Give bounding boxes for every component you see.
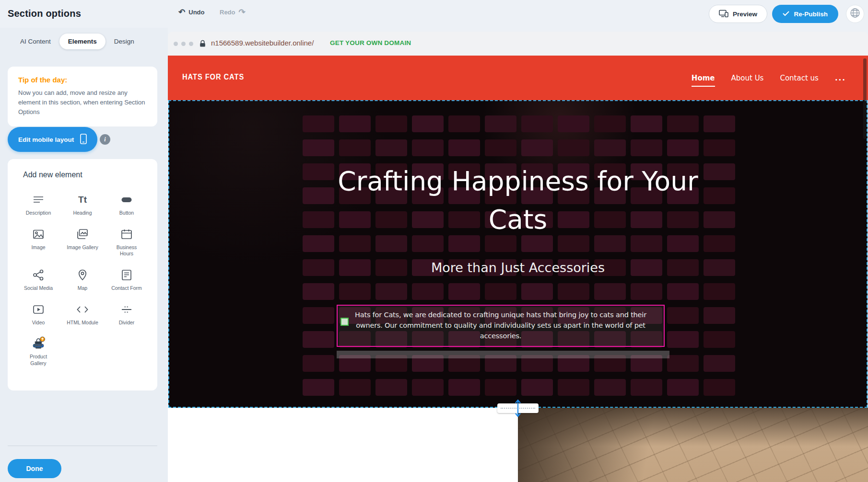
devices-icon bbox=[719, 10, 728, 19]
check-icon bbox=[783, 11, 789, 18]
hero-tile bbox=[485, 139, 516, 156]
hero-tile bbox=[667, 379, 699, 396]
element-social-media[interactable]: Social Media bbox=[16, 265, 60, 292]
hero-tile bbox=[631, 115, 662, 132]
hero-tile bbox=[631, 139, 662, 156]
hero-tile bbox=[704, 307, 735, 324]
sidebar-divider bbox=[8, 446, 157, 446]
phone-icon bbox=[80, 134, 87, 146]
hero-tile bbox=[303, 139, 334, 156]
hero-tile bbox=[339, 379, 371, 396]
hero-subheading[interactable]: More than Just Accessories bbox=[169, 260, 867, 275]
element-drag-handle[interactable] bbox=[340, 318, 349, 326]
window-dots bbox=[174, 42, 193, 46]
hero-tile bbox=[558, 283, 589, 300]
tab-ai-content[interactable]: AI Content bbox=[12, 34, 59, 49]
hero-tile bbox=[704, 331, 735, 348]
sidebar: AI Content Elements Design Tip of the da… bbox=[0, 28, 168, 482]
info-icon[interactable]: i bbox=[100, 134, 110, 145]
sidebar-tabs: AI Content Elements Design bbox=[12, 34, 143, 49]
hero-tile bbox=[303, 331, 334, 348]
element-divider[interactable]: Divider bbox=[105, 299, 149, 326]
get-domain-link[interactable]: GET YOUR OWN DOMAIN bbox=[330, 39, 411, 46]
preview-scrollbar-thumb[interactable] bbox=[863, 58, 867, 139]
nav-contact-us[interactable]: Contact us bbox=[780, 74, 818, 82]
element-description[interactable]: Description bbox=[16, 190, 60, 217]
hero-heading[interactable]: Crafting Happiness for Your Cats bbox=[169, 162, 867, 239]
tab-elements[interactable]: Elements bbox=[59, 34, 106, 49]
hero-tile bbox=[558, 379, 589, 396]
image-gallery-icon-item element-image-gallery[interactable]: Image Gallery bbox=[60, 224, 105, 257]
hero-section-selected[interactable]: Crafting Happiness for Your Cats More th… bbox=[168, 100, 868, 408]
next-section-photo[interactable] bbox=[518, 408, 868, 482]
next-section-background[interactable] bbox=[168, 408, 518, 482]
drag-ghost-band bbox=[337, 351, 669, 358]
map-pin-icon bbox=[76, 268, 89, 282]
globe-icon bbox=[850, 8, 860, 20]
section-resize-handle[interactable] bbox=[497, 399, 539, 418]
hero-tile bbox=[558, 139, 589, 156]
hero-tile bbox=[704, 115, 735, 132]
hero-tile bbox=[303, 307, 334, 324]
nav-home[interactable]: Home bbox=[692, 74, 715, 82]
hero-tile bbox=[667, 283, 699, 300]
element-button[interactable]: Button bbox=[105, 190, 149, 217]
window-dot bbox=[189, 42, 193, 46]
hero-tile bbox=[412, 115, 444, 132]
edit-mobile-layout-button[interactable]: Edit mobile layout bbox=[8, 127, 97, 152]
contact-form-icon bbox=[120, 268, 133, 282]
hero-tile bbox=[594, 139, 626, 156]
preview-button[interactable]: Preview bbox=[709, 5, 767, 23]
nav-more-button[interactable]: ... bbox=[835, 74, 846, 82]
hero-paragraph-selected[interactable]: Hats for Cats, we are dedicated to craft… bbox=[337, 305, 665, 347]
hero-tile bbox=[339, 283, 371, 300]
app-window: Section options ↶ Undo Redo ↷ Preview Re… bbox=[0, 0, 868, 482]
hero-tile bbox=[375, 283, 407, 300]
hero-tile bbox=[521, 115, 553, 132]
hero-tile bbox=[667, 139, 699, 156]
preview-browser-bar: n1566589.websitebuilder.online/ GET YOUR… bbox=[168, 32, 868, 56]
site-nav: Home About Us Contact us ... bbox=[692, 56, 846, 100]
done-button[interactable]: Done bbox=[8, 459, 61, 478]
element-video[interactable]: Video bbox=[16, 299, 60, 326]
lock-icon bbox=[199, 40, 206, 49]
element-heading[interactable]: Tt Heading bbox=[60, 190, 105, 217]
hero-tile bbox=[667, 331, 699, 348]
hero-tile bbox=[375, 379, 407, 396]
element-contact-form[interactable]: Contact Form bbox=[105, 265, 149, 292]
hero-tile bbox=[704, 139, 735, 156]
hero-tile bbox=[631, 283, 662, 300]
element-map[interactable]: Map bbox=[60, 265, 105, 292]
nav-about-us[interactable]: About Us bbox=[731, 74, 764, 82]
add-element-title: Add new element bbox=[23, 171, 149, 179]
republish-button[interactable]: Re-Publish bbox=[772, 5, 838, 23]
svg-text:SHOP: SHOP bbox=[34, 344, 42, 347]
element-html-module[interactable]: HTML Module bbox=[60, 299, 105, 326]
redo-button[interactable]: Redo ↷ bbox=[220, 8, 246, 16]
html-code-icon bbox=[76, 302, 89, 317]
add-element-panel: Add new element Description Tt Heading bbox=[8, 159, 157, 390]
hero-tile bbox=[704, 355, 735, 372]
republish-label: Re-Publish bbox=[794, 11, 828, 18]
hero-tile bbox=[339, 115, 371, 132]
language-globe-button[interactable] bbox=[846, 5, 864, 23]
image-icon bbox=[32, 227, 45, 241]
heading-icon: Tt bbox=[78, 193, 87, 207]
hero-tile bbox=[412, 283, 444, 300]
element-image[interactable]: Image bbox=[16, 224, 60, 257]
page-title: Section options bbox=[8, 8, 81, 19]
undo-button[interactable]: ↶ Undo bbox=[178, 8, 204, 16]
element-product-gallery[interactable]: SHOP Product Gallery bbox=[16, 333, 60, 367]
window-dot bbox=[174, 42, 178, 46]
video-icon bbox=[32, 302, 45, 317]
hero-tile bbox=[667, 355, 699, 372]
hero-tile bbox=[521, 283, 553, 300]
site-url[interactable]: n1566589.websitebuilder.online/ bbox=[211, 39, 314, 47]
element-business-hours[interactable]: Business Hours bbox=[105, 224, 149, 257]
tab-design[interactable]: Design bbox=[106, 34, 143, 49]
hero-tile bbox=[375, 139, 407, 156]
site-logo[interactable]: HATS FOR CATS bbox=[182, 73, 244, 81]
redo-label: Redo bbox=[220, 9, 235, 16]
hero-paragraph-text: Hats for Cats, we are dedicated to craft… bbox=[338, 310, 664, 341]
hero-tile bbox=[448, 283, 480, 300]
